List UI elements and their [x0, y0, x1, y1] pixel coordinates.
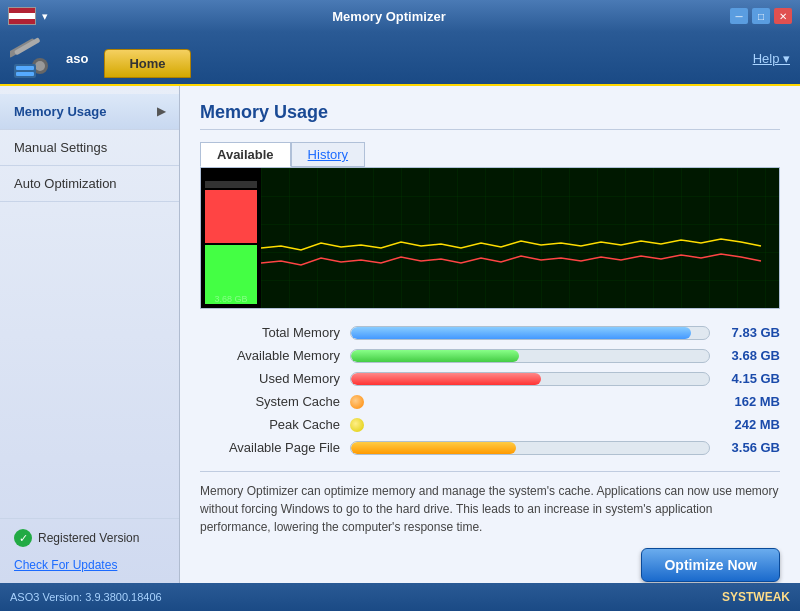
description-text: Memory Optimizer can optimize memory and… [200, 471, 780, 536]
optimize-now-button[interactable]: Optimize Now [641, 548, 780, 582]
stat-value-peak-cache: 242 MB [720, 417, 780, 432]
tab-available[interactable]: Available [200, 142, 291, 167]
help-button[interactable]: Help ▾ [753, 51, 790, 66]
bar-used [205, 190, 257, 243]
svg-rect-5 [16, 66, 34, 70]
registered-icon: ✓ [14, 529, 32, 547]
stat-value-total: 7.83 GB [720, 325, 780, 340]
stat-row-available: Available Memory 3.68 GB [200, 348, 780, 363]
stat-row-used: Used Memory 4.15 GB [200, 371, 780, 386]
registered-badge: ✓ Registered Version [14, 529, 165, 547]
stat-label-total: Total Memory [200, 325, 340, 340]
stat-bar-used [351, 373, 541, 385]
maximize-button[interactable]: □ [752, 8, 770, 24]
stat-label-available: Available Memory [200, 348, 340, 363]
tabs: Available History [200, 142, 780, 167]
flag-icon [8, 7, 36, 25]
stat-bar-total [351, 327, 691, 339]
stat-label-system-cache: System Cache [200, 394, 340, 409]
stat-bar-container-used [350, 372, 710, 386]
stat-bar-container-total [350, 326, 710, 340]
status-bar: ASO3 Version: 3.9.3800.18406 SYSTWEAK [0, 583, 800, 611]
tab-history[interactable]: History [291, 142, 365, 167]
chart-bar-visual: 3.68 GB [201, 168, 261, 308]
registered-label: Registered Version [38, 531, 139, 545]
close-button[interactable]: ✕ [774, 8, 792, 24]
content-title: Memory Usage [200, 102, 780, 130]
stat-value-pagefile: 3.56 GB [720, 440, 780, 455]
stat-bar-container-pagefile [350, 441, 710, 455]
stat-label-used: Used Memory [200, 371, 340, 386]
stat-dot-system-cache [350, 395, 364, 409]
stat-dot-peak-cache [350, 418, 364, 432]
main-layout: Memory Usage ▶ Manual Settings Auto Opti… [0, 86, 800, 583]
sidebar-item-memory-usage[interactable]: Memory Usage ▶ [0, 94, 179, 130]
chart-container: 3.68 GB [200, 167, 780, 309]
bar-label: 3.68 GB [201, 294, 261, 304]
minimize-button[interactable]: ─ [730, 8, 748, 24]
version-label: ASO3 Version: 3.9.3800.18406 [10, 591, 162, 603]
sidebar-item-manual-settings[interactable]: Manual Settings [0, 130, 179, 166]
content-area: Memory Usage Available History 3.68 GB [180, 86, 800, 583]
home-tab[interactable]: Home [104, 49, 190, 78]
stat-value-used: 4.15 GB [720, 371, 780, 386]
chart-bar-inner [205, 172, 257, 304]
stat-label-pagefile: Available Page File [200, 440, 340, 455]
chart-graph [261, 168, 779, 308]
title-bar: ▾ Memory Optimizer ─ □ ✕ [0, 0, 800, 32]
stat-label-peak-cache: Peak Cache [200, 417, 340, 432]
sidebar-item-auto-optimization[interactable]: Auto Optimization [0, 166, 179, 202]
stat-row-system-cache: System Cache 162 MB [200, 394, 780, 409]
svg-rect-7 [261, 168, 779, 308]
app-toolbar: aso Home Help ▾ [0, 32, 800, 86]
sidebar-bottom: ✓ Registered Version Check For Updates [0, 518, 179, 583]
svg-rect-6 [16, 72, 34, 76]
app-title: Memory Optimizer [48, 9, 730, 24]
window-controls: ─ □ ✕ [730, 8, 792, 24]
sidebar-arrow-memory: ▶ [157, 105, 165, 118]
brand-label: SYSTWEAK [722, 590, 790, 604]
check-updates-link[interactable]: Check For Updates [14, 558, 117, 572]
sidebar: Memory Usage ▶ Manual Settings Auto Opti… [0, 86, 180, 583]
app-logo [10, 34, 58, 82]
svg-point-3 [35, 61, 45, 71]
stat-bar-available [351, 350, 519, 362]
history-chart [261, 168, 779, 308]
stat-row-total: Total Memory 7.83 GB [200, 325, 780, 340]
optimize-btn-container: Optimize Now [200, 548, 780, 582]
username-label: aso [66, 51, 88, 66]
stat-value-system-cache: 162 MB [720, 394, 780, 409]
svg-rect-1 [14, 37, 41, 55]
stat-row-peak-cache: Peak Cache 242 MB [200, 417, 780, 432]
stat-bar-container-available [350, 349, 710, 363]
stat-row-pagefile: Available Page File 3.56 GB [200, 440, 780, 455]
stat-value-available: 3.68 GB [720, 348, 780, 363]
stat-bar-pagefile [351, 442, 516, 454]
memory-stats: Total Memory 7.83 GB Available Memory 3.… [200, 325, 780, 455]
